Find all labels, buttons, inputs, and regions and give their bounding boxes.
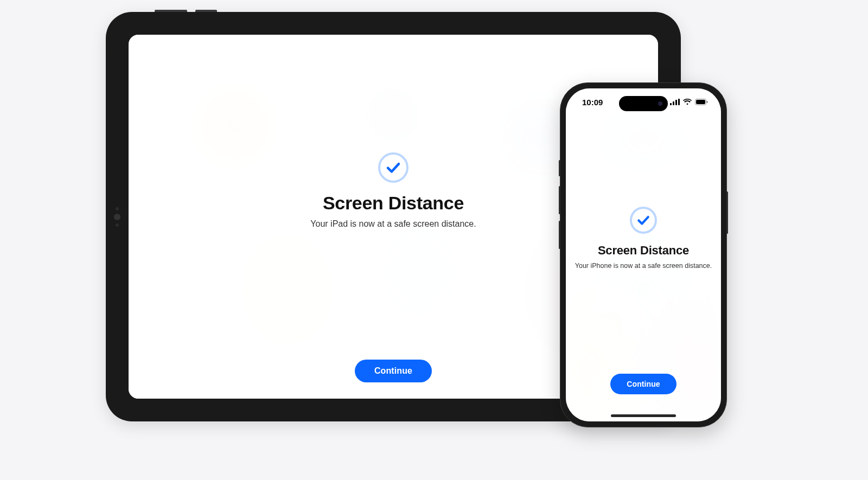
battery-icon bbox=[695, 99, 708, 105]
iphone-hardware-button bbox=[726, 191, 728, 234]
checkmark-icon bbox=[636, 213, 650, 227]
svg-rect-1 bbox=[673, 101, 674, 105]
ipad-camera-sensors bbox=[114, 195, 120, 239]
dialog-subtitle: Your iPhone is now at a safe screen dist… bbox=[566, 262, 720, 270]
dialog-title: Screen Distance bbox=[598, 244, 689, 258]
iphone-device-frame: 10:09 bbox=[560, 82, 727, 427]
svg-rect-0 bbox=[670, 103, 672, 105]
ipad-hardware-button bbox=[155, 10, 187, 12]
continue-button[interactable]: Continue bbox=[355, 360, 432, 382]
dynamic-island bbox=[619, 96, 668, 111]
status-time: 10:09 bbox=[582, 98, 603, 107]
cellular-signal-icon bbox=[670, 99, 680, 105]
svg-rect-2 bbox=[675, 100, 677, 105]
iphone-screen: 10:09 bbox=[566, 88, 721, 421]
svg-rect-5 bbox=[696, 100, 705, 104]
checkmark-icon bbox=[385, 159, 401, 176]
dialog-subtitle: Your iPad is now at a safe screen distan… bbox=[310, 219, 476, 229]
home-indicator[interactable] bbox=[611, 414, 676, 417]
dialog-title: Screen Distance bbox=[323, 193, 464, 214]
svg-rect-6 bbox=[707, 101, 708, 103]
screen-distance-dialog: Screen Distance Your iPhone is now at a … bbox=[566, 88, 721, 421]
ipad-hardware-button bbox=[195, 10, 217, 12]
continue-button[interactable]: Continue bbox=[610, 374, 676, 394]
wifi-icon bbox=[683, 99, 692, 105]
svg-rect-3 bbox=[678, 99, 680, 105]
checkmark-circle-icon bbox=[630, 207, 657, 234]
checkmark-circle-icon bbox=[378, 152, 409, 183]
